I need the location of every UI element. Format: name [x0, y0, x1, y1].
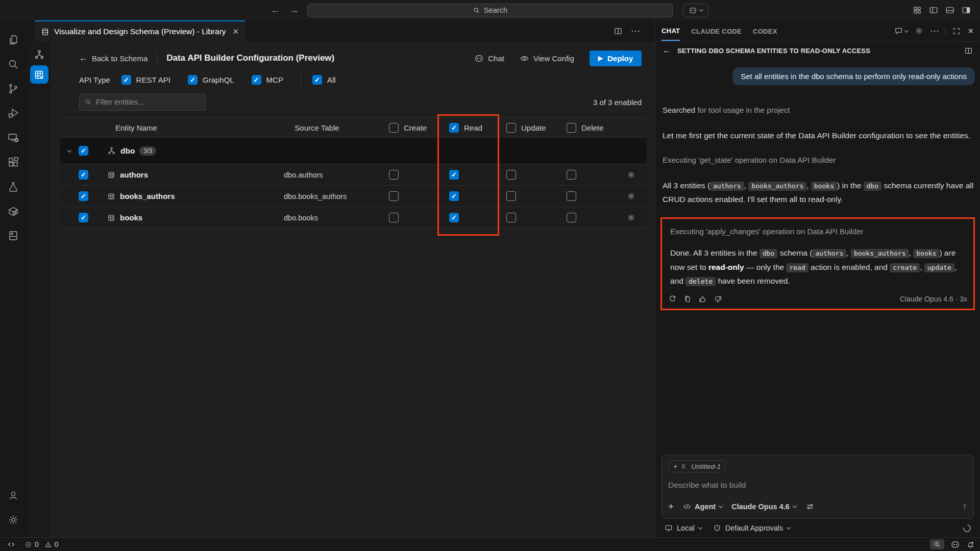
table-row: authors dbo.authors	[60, 164, 647, 186]
environment-picker[interactable]: Local	[665, 524, 702, 532]
back-to-schema-button[interactable]: ← Back to Schema	[79, 53, 148, 63]
data-api-builder-tool-button[interactable]	[30, 65, 48, 84]
command-center-search[interactable]: Search	[307, 4, 673, 17]
panel-more-icon[interactable]: ⋯	[930, 26, 939, 36]
approvals-picker[interactable]: Default Approvals	[713, 524, 791, 532]
toggle-primary-sidebar-icon[interactable]	[929, 6, 938, 15]
dbo-group-checkbox[interactable]	[79, 146, 88, 156]
update-all-checkbox[interactable]	[506, 123, 516, 133]
thumbs-up-icon[interactable]	[698, 295, 707, 304]
chat-panel: CHAT CLAUDE CODE CODEX ⋯ ✕ ← SETTING DBO…	[655, 20, 980, 537]
rest-api-checkbox[interactable]	[121, 75, 131, 85]
search-sidebar-icon[interactable]	[0, 52, 27, 77]
delete-checkbox[interactable]	[567, 213, 576, 222]
nav-back-icon[interactable]: ←	[271, 5, 280, 16]
error-count: 0	[35, 540, 39, 548]
thumbs-down-icon[interactable]	[714, 295, 722, 304]
chat-transcript[interactable]: Set all entities in the dbo schema to pe…	[655, 59, 980, 449]
create-checkbox[interactable]	[389, 191, 399, 201]
entity-name: authors	[120, 170, 148, 179]
read-checkbox[interactable]	[449, 213, 459, 222]
toggle-panel-icon[interactable]	[945, 6, 954, 15]
delete-checkbox[interactable]	[567, 191, 576, 201]
create-all-checkbox[interactable]	[389, 123, 399, 133]
view-config-button[interactable]: View Config	[520, 54, 574, 63]
update-checkbox[interactable]	[506, 191, 516, 201]
copy-icon[interactable]	[683, 295, 692, 303]
remote-connect-icon[interactable]	[7, 540, 15, 548]
expand-chevron-icon[interactable]	[67, 148, 71, 152]
send-icon[interactable]: ↑	[963, 501, 968, 512]
problems-indicator[interactable]: 0 0	[24, 540, 59, 548]
more-actions-icon[interactable]: ⋯	[631, 26, 641, 37]
tab-claude-code[interactable]: CLAUDE CODE	[691, 21, 742, 40]
account-icon[interactable]	[0, 483, 27, 508]
customize-layout-icon[interactable]	[913, 6, 922, 15]
tools-sliders-icon[interactable]	[805, 502, 815, 511]
testing-icon[interactable]	[0, 174, 27, 199]
update-checkbox[interactable]	[506, 213, 516, 222]
environment-label: Local	[677, 524, 695, 532]
mode-picker[interactable]: Agent	[683, 503, 722, 511]
all-checkbox[interactable]	[312, 75, 322, 85]
model-picker[interactable]: Claude Opus 4.6	[731, 503, 796, 511]
tab-chat[interactable]: CHAT	[662, 21, 680, 41]
all-label: All	[327, 76, 336, 84]
nav-forward-icon[interactable]: →	[289, 5, 299, 16]
view-config-label: View Config	[533, 54, 574, 63]
row-settings-gear-icon[interactable]	[627, 170, 635, 179]
add-context-icon: +	[673, 462, 677, 470]
update-checkbox[interactable]	[506, 170, 516, 180]
toggle-secondary-sidebar-icon[interactable]	[962, 6, 971, 15]
containers-icon[interactable]	[0, 199, 27, 223]
context-chip[interactable]: + Untitled-1	[668, 460, 726, 472]
chat-input-box[interactable]: + Untitled-1 Describe what to build + Ag…	[662, 455, 974, 519]
row-enabled-checkbox[interactable]	[79, 170, 88, 180]
settings-gear-icon[interactable]	[0, 508, 27, 532]
filter-entities-input[interactable]: Filter entities...	[79, 94, 206, 111]
run-debug-icon[interactable]	[0, 101, 27, 126]
mcp-checkbox[interactable]	[252, 75, 261, 85]
copilot-status-icon[interactable]	[950, 540, 960, 549]
zoom-status-icon[interactable]	[930, 539, 944, 549]
dab-config-panel: ← Back to Schema Data API Builder Config…	[52, 42, 655, 537]
split-editor-icon[interactable]	[614, 27, 623, 36]
read-all-checkbox[interactable]	[449, 123, 459, 133]
row-enabled-checkbox[interactable]	[79, 213, 88, 222]
tab-codex[interactable]: CODEX	[753, 21, 777, 40]
open-session-editor-icon[interactable]	[964, 46, 973, 55]
tab-visualize-design-schema[interactable]: Visualize and Design Schema (Preview) - …	[35, 20, 245, 42]
copilot-menu-button[interactable]	[683, 4, 708, 17]
remote-explorer-icon[interactable]	[0, 126, 27, 150]
schema-visualize-icon[interactable]	[34, 49, 45, 60]
read-checkbox[interactable]	[449, 170, 459, 180]
read-checkbox[interactable]	[449, 191, 459, 201]
chat-sessions-icon[interactable]	[894, 27, 908, 35]
source-control-icon[interactable]	[0, 77, 27, 101]
table-grid-icon	[107, 192, 115, 201]
schema-group-row[interactable]: dbo 3/3	[60, 138, 647, 164]
create-checkbox[interactable]	[389, 170, 399, 180]
create-checkbox[interactable]	[389, 213, 399, 222]
retry-icon[interactable]	[668, 295, 677, 304]
chat-settings-gear-icon[interactable]	[915, 27, 923, 35]
attach-plus-icon[interactable]: +	[668, 501, 674, 512]
session-back-icon[interactable]: ←	[663, 45, 671, 56]
delete-checkbox[interactable]	[567, 170, 576, 180]
maximize-panel-icon[interactable]	[952, 27, 961, 35]
extensions-icon[interactable]	[0, 150, 27, 174]
close-panel-icon[interactable]: ✕	[967, 27, 974, 36]
row-enabled-checkbox[interactable]	[79, 191, 88, 201]
row-settings-gear-icon[interactable]	[627, 192, 635, 201]
shield-icon	[713, 524, 721, 532]
close-tab-icon[interactable]: ✕	[232, 27, 239, 36]
notebooks-icon[interactable]	[0, 223, 27, 248]
tool-operation-status: Executing 'apply_changes' operation on D…	[668, 227, 967, 236]
graphql-checkbox[interactable]	[188, 75, 198, 85]
chat-button[interactable]: Chat	[474, 54, 504, 63]
delete-all-checkbox[interactable]	[567, 123, 576, 133]
row-settings-gear-icon[interactable]	[627, 213, 635, 222]
deploy-button[interactable]: ▶ Deploy	[590, 51, 642, 66]
explorer-icon[interactable]	[0, 28, 27, 52]
notifications-bell-icon[interactable]	[966, 540, 975, 549]
